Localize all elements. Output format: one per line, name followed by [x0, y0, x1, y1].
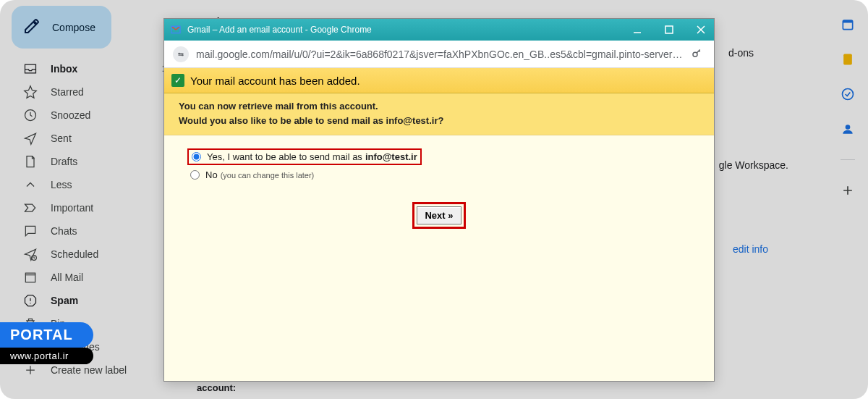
sidebar-item-snoozed[interactable]: Snoozed: [6, 104, 185, 127]
send-icon: [23, 131, 38, 146]
minimize-button[interactable]: [630, 22, 644, 37]
file-icon: [23, 154, 38, 169]
svg-rect-4: [843, 20, 852, 22]
popup-window: Gmail – Add an email account - Google Ch…: [163, 18, 715, 382]
compose-label: Compose: [52, 22, 95, 33]
radio-no-hint: (you can change this later): [221, 171, 315, 180]
radio-yes-email: info@test.ir: [365, 151, 417, 162]
pencil-icon: [23, 17, 41, 37]
banner-text: Your mail account has been added.: [190, 75, 360, 87]
sidebar-item-inbox[interactable]: Inbox 148: [6, 57, 185, 80]
sub-line1: You can now retrieve mail from this acco…: [179, 99, 699, 114]
divider: [841, 159, 855, 160]
portal-bottom: www.portal.ir: [0, 348, 93, 364]
radio-no[interactable]: [190, 170, 200, 180]
sidebar-item-important[interactable]: Important: [6, 196, 185, 219]
url-text: mail.google.com/mail/u/0/?ui=2&ik=6a868f…: [196, 49, 685, 60]
nav-label: Starred: [51, 86, 176, 98]
sidebar-item-sent[interactable]: Sent: [6, 127, 185, 150]
chevron-up-icon: [23, 177, 38, 192]
nav-label: Drafts: [51, 156, 176, 167]
svg-point-11: [182, 54, 183, 55]
close-button[interactable]: [694, 22, 708, 37]
address-bar[interactable]: mail.google.com/mail/u/0/?ui=2&ik=6a868f…: [164, 41, 714, 68]
radio-yes[interactable]: [192, 152, 201, 161]
sub-line2-prefix: Would you also like to be able to send m…: [179, 115, 386, 126]
bg-text: d-ons: [728, 47, 754, 59]
sidebar-item-spam[interactable]: Spam 4: [6, 289, 185, 312]
portal-watermark: PORTAL www.portal.ir: [0, 322, 93, 364]
sidebar-item-drafts[interactable]: Drafts: [6, 150, 185, 173]
nav-label: Less: [51, 179, 176, 190]
next-button[interactable]: Next »: [417, 206, 461, 224]
nav-label: Spam: [51, 295, 171, 306]
svg-point-7: [846, 125, 851, 130]
stack-icon: [23, 270, 38, 285]
important-icon: [23, 201, 38, 215]
sidebar-item-chats[interactable]: Chats: [6, 219, 185, 243]
radio-yes-label: Yes, I want to be able to send mail as: [207, 151, 362, 162]
nav-label: Sent: [51, 133, 176, 144]
sidebar-item-starred[interactable]: Starred: [6, 80, 185, 104]
inbox-icon: [23, 62, 38, 76]
site-info-icon[interactable]: [173, 46, 189, 62]
contacts-icon[interactable]: [841, 122, 855, 136]
sub-line2-email: info@test.ir: [386, 115, 438, 126]
password-key-icon[interactable]: [691, 46, 705, 62]
bg-text: gle Workspace.: [719, 159, 788, 171]
svg-point-6: [843, 89, 854, 100]
svg-rect-5: [843, 54, 852, 65]
radio-no-label: No: [205, 169, 218, 180]
spam-icon: [23, 293, 38, 308]
nav-label: Create new label: [51, 364, 176, 376]
nav-label: Scheduled: [51, 248, 176, 260]
gmail-icon: [170, 24, 182, 35]
calendar-icon[interactable]: [841, 17, 855, 32]
portal-top: PORTAL: [0, 322, 93, 348]
svg-point-12: [693, 52, 697, 56]
radio-no-row[interactable]: No (you can change this later): [187, 168, 699, 182]
sub-banner: You can now retrieve mail from this acco…: [164, 93, 714, 135]
nav-label: All Mail: [51, 272, 176, 283]
edit-info-link[interactable]: edit info: [733, 243, 768, 255]
side-panel: [827, 0, 868, 399]
svg-point-10: [179, 53, 179, 54]
popup-body: Yes, I want to be able to send mail as i…: [164, 135, 714, 381]
next-highlight: Next »: [412, 202, 465, 229]
nav-label: Chats: [51, 225, 176, 237]
sidebar-item-allmail[interactable]: All Mail: [6, 266, 185, 289]
sub-line2: Would you also like to be able to send m…: [179, 114, 699, 128]
window-title: Gmail – Add an email account - Google Ch…: [187, 25, 630, 35]
check-icon: ✓: [171, 74, 184, 87]
compose-button[interactable]: Compose: [12, 6, 111, 49]
success-banner: ✓ Your mail account has been added.: [164, 68, 714, 93]
star-icon: [23, 85, 38, 99]
nav-label: Snoozed: [51, 109, 176, 121]
chat-icon: [23, 224, 38, 238]
radio-group: Yes, I want to be able to send mail as i…: [187, 148, 699, 182]
clock-icon: [23, 108, 38, 122]
radio-yes-row[interactable]: Yes, I want to be able to send mail as i…: [187, 148, 422, 165]
scheduled-icon: [23, 247, 38, 261]
maximize-button[interactable]: [662, 22, 676, 37]
nav-label: Important: [51, 202, 176, 214]
sidebar-item-less[interactable]: Less: [6, 173, 185, 196]
sidebar-item-scheduled[interactable]: Scheduled: [6, 243, 185, 266]
plus-icon: [23, 363, 38, 377]
tasks-icon[interactable]: [841, 87, 855, 101]
keep-icon[interactable]: [841, 52, 855, 67]
window-titlebar[interactable]: Gmail – Add an email account - Google Ch…: [164, 19, 714, 41]
bg-text: account:: [197, 382, 236, 393]
svg-rect-9: [665, 26, 673, 33]
nav-label: Inbox: [51, 63, 162, 75]
addons-plus-icon[interactable]: [841, 183, 855, 198]
sub-line2-suffix: ?: [438, 115, 443, 126]
svg-rect-2: [25, 275, 35, 282]
